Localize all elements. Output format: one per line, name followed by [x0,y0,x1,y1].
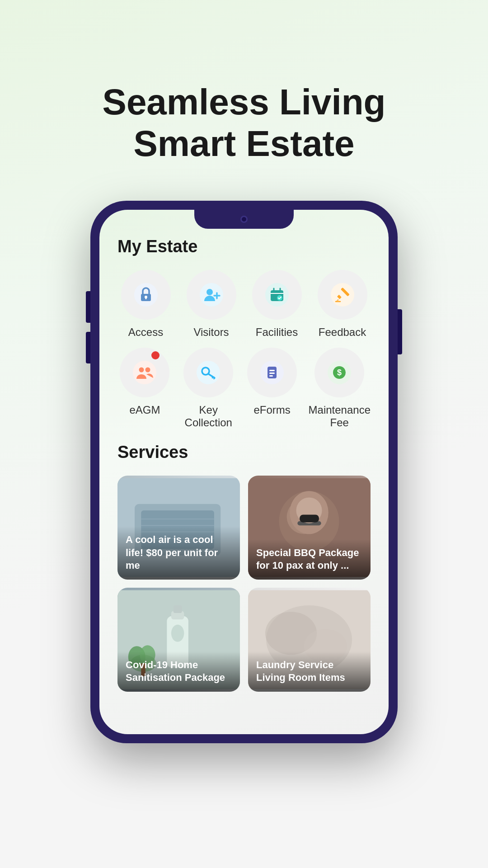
service-card-bbq[interactable]: Special BBQ Package for 10 pax at only .… [248,476,371,580]
key-collection-button[interactable]: Key Collection [181,348,236,429]
screen-content: My Estate [99,210,389,705]
laundry-card-text: Laundry Service Living Room Items [256,659,362,684]
svg-point-19 [133,361,156,384]
maintenance-fee-label: Maintenance Fee [309,404,371,429]
estate-icon-grid-2: eAGM Key Coll [117,348,371,429]
hero-title: Seamless Living Smart Estate [103,81,386,165]
covid-card-overlay: Covid-19 Home Sanitisation Package [117,651,240,692]
services-section: Services [117,443,371,692]
eforms-button[interactable]: eForms [245,348,300,429]
svg-point-4 [200,283,223,307]
front-camera [240,216,248,223]
svg-rect-30 [269,373,275,374]
svg-text:$: $ [337,368,342,377]
services-grid: A cool air is a cool life! $80 per unit … [117,476,371,692]
phone-power-button [398,309,402,354]
svg-point-21 [145,368,150,373]
eagm-label: eAGM [129,404,160,416]
covid-card-text: Covid-19 Home Sanitisation Package [126,659,232,684]
person-add-icon [200,283,223,307]
document-icon [260,361,284,384]
laundry-card-overlay: Laundry Service Living Room Items [248,651,371,692]
service-card-ac[interactable]: A cool air is a cool life! $80 per unit … [117,476,240,580]
eagm-button[interactable]: eAGM [117,348,172,429]
maintenance-fee-icon-circle: $ [314,348,364,397]
maintenance-fee-button[interactable]: $ Maintenance Fee [309,348,371,429]
key-collection-label: Key Collection [181,404,236,429]
facilities-icon-circle [252,270,302,320]
access-icon-circle [121,270,171,320]
dollar-circle-icon: $ [328,361,351,384]
notification-badge [151,351,160,359]
ac-card-overlay: A cool air is a cool life! $80 per unit … [117,526,240,580]
visitors-icon-circle [187,270,236,320]
hero-section: Seamless Living Smart Estate [103,81,386,165]
calendar-check-icon [265,283,289,307]
lock-icon [134,283,158,307]
group-icon [133,361,156,384]
svg-rect-53 [174,605,182,613]
ac-card-text: A cool air is a cool life! $80 per unit … [126,533,232,572]
facilities-button[interactable]: Facilities [249,270,305,339]
service-card-laundry[interactable]: Laundry Service Living Room Items [248,588,371,692]
svg-point-5 [206,289,213,295]
key-collection-icon-circle [183,348,233,397]
phone-notch [194,210,294,229]
pencil-icon [331,283,354,307]
services-title: Services [117,443,371,462]
access-label: Access [128,326,163,339]
service-card-covid[interactable]: Covid-19 Home Sanitisation Package [117,588,240,692]
phone-volume-up [86,291,90,323]
eforms-label: eForms [253,404,290,416]
svg-rect-29 [269,370,275,371]
svg-point-14 [331,283,354,307]
svg-point-20 [139,368,144,373]
eagm-icon-circle [120,348,169,397]
svg-rect-48 [300,514,319,522]
eforms-icon-circle [247,348,297,397]
visitors-button[interactable]: Visitors [183,270,239,339]
bbq-card-overlay: Special BBQ Package for 10 pax at only .… [248,539,371,580]
phone-frame: My Estate [90,201,398,743]
svg-rect-31 [269,375,273,377]
phone-mockup: My Estate [90,201,398,743]
key-icon [197,361,220,384]
svg-rect-3 [145,297,146,299]
svg-point-54 [171,625,184,642]
feedback-label: Feedback [319,326,366,339]
feedback-button[interactable]: Feedback [314,270,371,339]
phone-volume-down [86,332,90,363]
visitors-label: Visitors [193,326,229,339]
feedback-icon-circle [318,270,367,320]
estate-icon-grid: Access Visito [117,270,371,339]
my-estate-title: My Estate [117,237,371,256]
access-button[interactable]: Access [117,270,174,339]
bbq-card-text: Special BBQ Package for 10 pax at only .… [256,547,362,572]
phone-screen: My Estate [99,210,389,734]
facilities-label: Facilities [256,326,298,339]
